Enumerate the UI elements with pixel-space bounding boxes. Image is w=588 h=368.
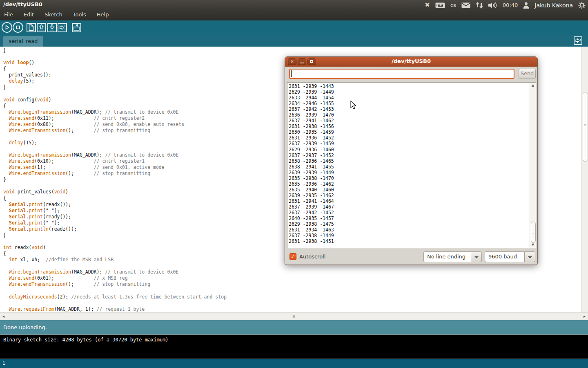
- new-sketch-button[interactable]: [27, 23, 36, 32]
- upload-button[interactable]: [58, 23, 67, 32]
- line-ending-dropdown-button[interactable]: [471, 251, 482, 262]
- menu-file[interactable]: File: [4, 11, 13, 18]
- serial-line: 2631 -2939 -1443: [289, 83, 334, 89]
- serial-monitor-titlebar[interactable]: ✕ /dev/ttyUSB0: [285, 57, 537, 67]
- status-message: Done uploading.: [3, 324, 47, 330]
- serial-monitor-icon: [73, 24, 80, 31]
- arrow-right-icon: [58, 24, 66, 31]
- serial-monitor-window: ✕ /dev/ttyUSB0 Send 2631 -2939 -14432629…: [285, 56, 538, 265]
- network-arrows-icon[interactable]: [476, 2, 483, 9]
- serial-line: 2637 -2939 -1459: [289, 141, 334, 146]
- chevron-down-icon: [474, 256, 479, 258]
- serial-monitor-controls: ✓ Autoscroll No line ending 9600 baud: [285, 248, 537, 265]
- code-line: Wire.send(0x01); // x MSB reg: [3, 275, 588, 281]
- mail-icon[interactable]: [461, 2, 470, 8]
- code-line: Wire.endTransmission(); // stop transmit…: [3, 281, 588, 287]
- keyboard-icon[interactable]: [435, 2, 445, 8]
- system-tray: ✖ cs: [425, 0, 586, 10]
- serial-line: 2638 -2941 -1455: [289, 164, 334, 170]
- code-line: }: [3, 47, 588, 54]
- serial-line: 2639 -2939 -1449: [289, 170, 334, 175]
- autoscroll-label: Autoscroll: [299, 254, 325, 260]
- editor-horizontal-scrollbar[interactable]: ◂ ▸: [0, 312, 588, 320]
- serial-line: 2629 -2939 -1449: [289, 89, 334, 95]
- serial-line: 2637 -2939 -1467: [289, 204, 334, 210]
- serial-line: 2635 -2936 -1462: [289, 181, 334, 187]
- menu-sketch[interactable]: Sketch: [45, 11, 62, 18]
- arrow-up-icon: [38, 24, 45, 31]
- serial-line: 2631 -2941 -1464: [289, 198, 334, 204]
- serial-output-area[interactable]: 2631 -2939 -14432629 -2939 -14492633 -29…: [287, 82, 536, 248]
- save-button[interactable]: [47, 23, 57, 32]
- top-panel: /dev/ttyUSB0 ✖ cs: [0, 0, 588, 20]
- menu-help[interactable]: Help: [97, 11, 109, 18]
- menu-bar: File Edit Sketch Tools Help: [4, 11, 109, 18]
- console-text: Binary sketch size: 4208 bytes (of a 307…: [3, 337, 169, 343]
- verify-button[interactable]: [2, 22, 12, 33]
- window-title: /dev/ttyUSB0: [3, 1, 42, 7]
- status-bar: Done uploading.: [0, 320, 588, 334]
- tab-serial-read[interactable]: serial_read: [3, 36, 43, 47]
- new-tab-button[interactable]: [574, 36, 582, 45]
- stop-button[interactable]: [13, 22, 23, 33]
- code-line: delayMicroseconds(2); //needs at least 1…: [3, 294, 588, 300]
- serial-scroll-thumb[interactable]: [531, 222, 536, 243]
- serial-monitor-button[interactable]: [72, 23, 81, 32]
- line-ending-value[interactable]: No line ending: [423, 251, 471, 262]
- autoscroll-checkbox[interactable]: ✓: [290, 253, 296, 260]
- send-button[interactable]: Send: [519, 69, 536, 79]
- serial-line: 2630 -2935 -1459: [289, 129, 334, 135]
- session-gear-icon[interactable]: [578, 2, 586, 9]
- clock[interactable]: 00:40: [503, 2, 518, 8]
- keyboard-layout-label[interactable]: cs: [450, 2, 456, 8]
- serial-line: 2639 -2935 -1462: [289, 193, 334, 198]
- serial-line: 2629 -2936 -1460: [289, 147, 334, 153]
- serial-line: 2635 -2940 -1460: [289, 187, 334, 193]
- serial-line: 2633 -2944 -1454: [289, 95, 334, 101]
- new-document-icon: [27, 24, 35, 31]
- chevron-down-icon: [528, 256, 532, 258]
- mouse-cursor: [350, 101, 357, 110]
- play-icon: [2, 23, 11, 32]
- screen: /dev/ttyUSB0 ✖ cs: [0, 0, 588, 368]
- baud-rate-value[interactable]: 9600 baud: [485, 251, 524, 262]
- serial-line: 2635 -2938 -1470: [289, 175, 334, 181]
- serial-line: 2637 -2942 -1453: [289, 106, 334, 112]
- scroll-right-arrow-icon[interactable]: ▸: [584, 313, 586, 320]
- code-line: [3, 300, 588, 306]
- code-line: Wire.requestFrom(MAG_ADDR, 1); // reques…: [3, 306, 588, 312]
- serial-line: 2631 -2938 -1456: [289, 123, 334, 129]
- volume-icon[interactable]: [488, 2, 497, 9]
- footer-strip: 1: [0, 359, 588, 368]
- indicator-x-icon[interactable]: ✖: [425, 2, 430, 8]
- serial-line: 2631 -2936 -1452: [289, 135, 334, 141]
- user-name-label[interactable]: Jakub Kakona: [535, 2, 573, 9]
- new-tab-arrow-icon: [575, 37, 581, 44]
- serial-line: 2629 -2938 -1475: [289, 221, 334, 227]
- serial-line: 2637 -2942 -1452: [289, 210, 334, 215]
- editor-scroll-thumb[interactable]: [583, 92, 588, 162]
- open-button[interactable]: [37, 23, 46, 32]
- scroll-down-arrow-icon[interactable]: ▼: [530, 242, 536, 247]
- scroll-up-arrow-icon[interactable]: ▲: [530, 83, 536, 88]
- serial-line: 2634 -2946 -1455: [289, 101, 334, 106]
- baud-rate-dropdown[interactable]: 9600 baud: [485, 251, 535, 262]
- serial-send-input[interactable]: [289, 69, 514, 79]
- code-line: Wire.beginTransmission(MAG_ADDR); // tra…: [3, 269, 588, 275]
- serial-line: 2631 -2934 -1463: [289, 227, 334, 233]
- text-caret: [291, 70, 292, 77]
- arrow-down-icon: [48, 24, 56, 31]
- baud-dropdown-button[interactable]: [524, 251, 535, 262]
- serial-line: 2631 -2938 -1451: [289, 238, 334, 244]
- serial-line: 2640 -2935 -1457: [289, 215, 334, 221]
- line-ending-dropdown[interactable]: No line ending: [423, 251, 482, 262]
- menu-edit[interactable]: Edit: [24, 11, 34, 18]
- serial-vertical-scrollbar[interactable]: ▲ ▼: [530, 83, 536, 248]
- scroll-left-arrow-icon[interactable]: ◂: [2, 313, 4, 320]
- line-indicator: 1: [2, 361, 5, 366]
- user-icon[interactable]: [523, 2, 529, 9]
- menu-tools[interactable]: Tools: [73, 11, 86, 18]
- editor-vertical-scrollbar[interactable]: [581, 47, 588, 312]
- stop-icon: [13, 23, 22, 32]
- code-line: [3, 287, 588, 294]
